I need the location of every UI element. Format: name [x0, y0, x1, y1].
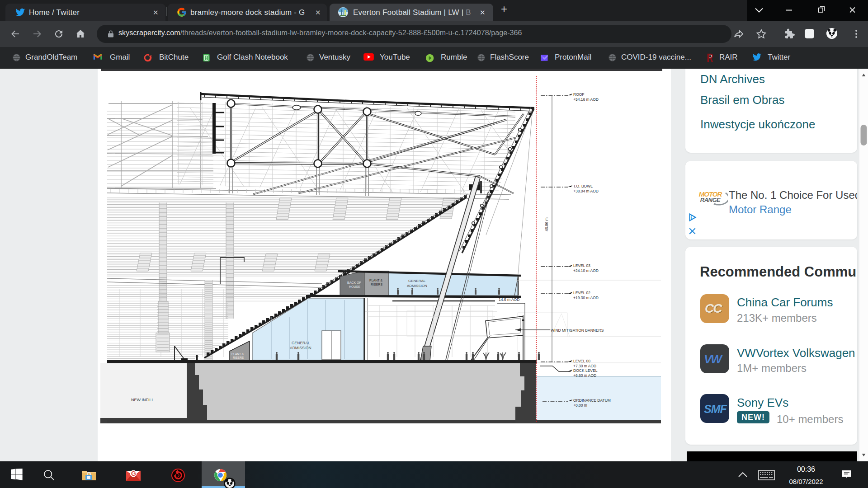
svg-text:ORDINANCE DATUM: ORDINANCE DATUM	[573, 398, 611, 403]
svg-text:+19.30 m AOD: +19.30 m AOD	[573, 296, 599, 300]
svg-text:ROOF: ROOF	[573, 92, 585, 97]
svg-text:14.6 m AOD: 14.6 m AOD	[499, 297, 519, 302]
svg-text:GENERAL: GENERAL	[292, 341, 310, 345]
svg-text:PLANT &: PLANT &	[231, 352, 244, 356]
svg-text:GENERAL: GENERAL	[408, 279, 426, 283]
svg-text:+7.30 m AOD: +7.30 m AOD	[573, 364, 596, 368]
svg-text:+6.60 m AOD: +6.60 m AOD	[573, 373, 596, 378]
svg-text:DOCK LEVEL: DOCK LEVEL	[573, 368, 598, 373]
svg-text:G: G	[131, 470, 136, 477]
svg-text:NEW INFILL: NEW INFILL	[131, 398, 154, 402]
svg-text:PLANT &: PLANT &	[369, 279, 382, 282]
svg-text:WIND MITIGATION BANNERS: WIND MITIGATION BANNERS	[551, 328, 604, 333]
svg-text:LEVEL 00: LEVEL 00	[573, 359, 590, 363]
svg-text:ADMISSION: ADMISSION	[407, 284, 427, 288]
svg-text:ADMISSION: ADMISSION	[290, 346, 311, 350]
svg-text:+24.10 m AOD: +24.10 m AOD	[573, 268, 599, 273]
svg-text:+54.16 m AOD: +54.16 m AOD	[573, 97, 599, 102]
svg-text:+38.04 m AOD: +38.04 m AOD	[573, 189, 599, 193]
svg-text:46.86 m: 46.86 m	[544, 217, 549, 231]
svg-text:+0.00 m: +0.00 m	[573, 403, 587, 408]
svg-text:HOUSE: HOUSE	[349, 285, 360, 288]
svg-text:RISERS: RISERS	[371, 283, 382, 286]
svg-text:T.O. BOWL: T.O. BOWL	[573, 184, 593, 188]
svg-text:BACK OF: BACK OF	[347, 281, 361, 284]
svg-text:RISERS: RISERS	[233, 356, 244, 359]
svg-text:LEVEL 02: LEVEL 02	[573, 291, 590, 295]
svg-text:LEVEL 03: LEVEL 03	[573, 263, 590, 268]
svg-text:i: i	[690, 215, 692, 220]
